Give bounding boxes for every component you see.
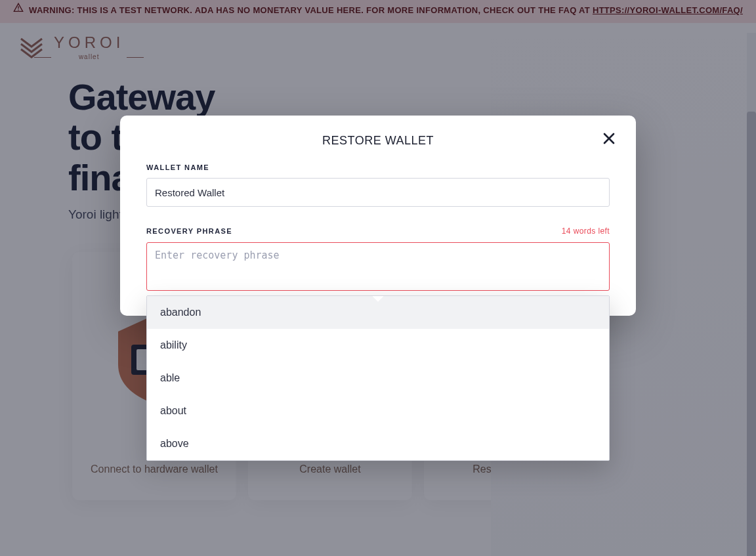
- recovery-phrase-label: RECOVERY PHRASE: [146, 227, 232, 235]
- suggestion-item[interactable]: abandon: [147, 296, 609, 329]
- suggestion-item[interactable]: above: [147, 427, 609, 460]
- modal-overlay[interactable]: RESTORE WALLET WALLET NAME RECOVERY PHRA…: [0, 0, 756, 556]
- recovery-phrase-input[interactable]: [146, 242, 610, 291]
- close-icon[interactable]: [600, 130, 618, 147]
- suggestion-item[interactable]: able: [147, 362, 609, 395]
- wallet-name-input[interactable]: [146, 178, 610, 207]
- suggestion-item[interactable]: about: [147, 395, 609, 427]
- suggestion-item[interactable]: ability: [147, 329, 609, 362]
- recovery-word-suggestions: abandon ability able about above: [146, 295, 610, 461]
- wallet-name-label: WALLET NAME: [146, 163, 610, 171]
- modal-title: RESTORE WALLET: [146, 134, 610, 148]
- restore-wallet-modal: RESTORE WALLET WALLET NAME RECOVERY PHRA…: [120, 116, 636, 316]
- words-left-counter: 14 words left: [562, 226, 610, 236]
